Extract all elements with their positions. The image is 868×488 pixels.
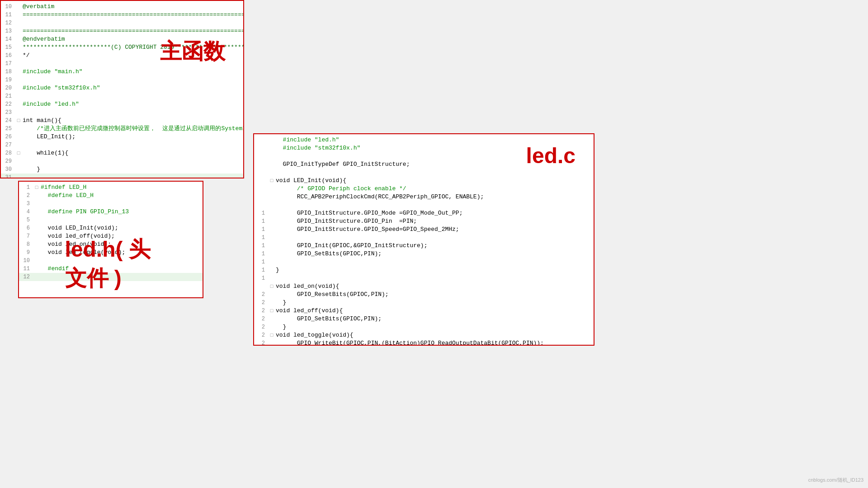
line-number: 12 [19,273,33,281]
code-line: 1 [254,234,594,242]
code-line: 7 void led_off(void); [19,232,203,240]
line-number: 1 [254,234,269,242]
code-text: /* GPIOD Periph clock enable */ [275,185,594,193]
code-line: 18#include "main.h" [1,68,243,76]
ledh-code-content: 1□#ifndef LED_H2 #define LED_H34 #define… [19,182,203,297]
line-number: 11 [19,265,33,273]
code-line: 1 GPIO_InitStructure.GPIO_Pin =PIN; [254,217,594,225]
line-number: 23 [1,108,15,117]
code-text: void LED_Init(void); [40,224,203,232]
code-line: 2 #define LED_H [19,192,203,200]
line-number: 8 [19,240,33,249]
code-text: #include "stm32f10x.h" [275,144,594,152]
code-line: 12 [19,273,203,281]
code-text: GPIO_WriteBit(GPIOC,PIN,(BitAction)GPIO_… [275,339,594,345]
code-line: 2 GPIO_SetBits(GPIOC,PIN); [254,315,594,323]
code-line: 22#include "led.h" [1,100,243,108]
line-number: 26 [1,133,15,141]
code-line: 2 } [254,299,594,307]
line-number: 1 [19,183,33,192]
code-line: 15*************************(C) COPYRIGHT… [1,43,243,52]
line-number: 7 [19,232,33,240]
line-number: 3 [19,200,33,208]
code-line: /* GPIOD Periph clock enable */ [254,185,594,193]
main-code-content: 10@verbatim11===========================… [1,1,243,178]
code-text: } [22,165,243,174]
code-line: 1 GPIO_SetBits(GPIOC,PIN); [254,250,594,258]
line-number: 24 [1,117,15,125]
code-text: GPIO_SetBits(GPIOC,PIN); [275,315,594,323]
code-text: @verbatim [22,3,243,11]
code-text: #endif [40,265,203,273]
line-number: 2 [254,331,269,339]
code-line: #include "stm32f10x.h" [254,144,594,152]
line-number: 27 [1,141,15,149]
main-panel: 10@verbatim11===========================… [0,0,244,178]
line-number: 10 [19,257,33,265]
code-text: } [275,266,594,274]
code-line: 14@endverbatim [1,35,243,43]
line-number: 2 [254,299,269,307]
line-number: 1 [254,250,269,258]
code-line: 13======================================… [1,27,243,35]
code-line: 26 LED_Init(); [1,133,243,141]
line-number: 9 [19,249,33,257]
code-text: } [275,323,594,331]
code-text: */ [22,52,243,60]
code-text: void led_on(void){ [275,282,594,291]
code-text: #define PIN GPIO_Pin_13 [40,208,203,216]
watermark: cnblogs.com/随机_ID123 [808,477,863,483]
code-text: *************************(C) COPYRIGHT 2… [22,43,243,52]
code-line: 5 [19,216,203,224]
fold-icon: □ [269,177,275,185]
code-line: 8 void led_on(void); [19,240,203,249]
code-text: @endverbatim [22,35,243,43]
code-line: 2□void led_off(void){ [254,307,594,315]
code-line: 19 [1,76,243,84]
code-text: void led_toggle(void); [40,249,203,257]
line-number: 14 [1,35,15,43]
fold-icon: □ [269,307,275,315]
code-line: GPIO_InitTypeDef GPIO_InitStructure; [254,160,594,169]
line-number: 1 [254,225,269,234]
line-number: 12 [1,19,15,27]
ledc-panel: #include "led.h" #include "stm32f10x.h" … [253,133,594,346]
line-number: 25 [1,125,15,133]
line-number: 1 [254,217,269,225]
code-line [254,152,594,160]
line-number: 16 [1,52,15,60]
code-line: 1 GPIO_Init(GPIOC,&GPIO_InitStructure); [254,242,594,250]
code-text: GPIO_SetBits(GPIOC,PIN); [275,250,594,258]
line-number: 1 [254,274,269,282]
line-number: 1 [254,266,269,274]
code-line: 31 [1,174,243,178]
code-text: #include "main.h" [22,68,243,76]
code-text: void led_off(void){ [275,307,594,315]
code-line: 2 } [254,323,594,331]
line-number: 22 [1,100,15,108]
code-text: GPIO_ResetBits(GPIOC,PIN); [275,291,594,299]
code-text: #include "stm32f10x.h" [22,84,243,92]
code-line: 16*/ [1,52,243,60]
code-line: 4 #define PIN GPIO_Pin_13 [19,208,203,216]
code-line: 2 GPIO_WriteBit(GPIOC,PIN,(BitAction)GPI… [254,339,594,345]
line-number: 21 [1,92,15,100]
code-line: 12 [1,19,243,27]
line-number: 28 [1,149,15,157]
code-line: 9 void led_toggle(void); [19,249,203,257]
code-line: □void LED_Init(void){ [254,177,594,185]
code-text: void led_toggle(void){ [275,331,594,339]
line-number: 11 [1,11,15,19]
code-line: 3 [19,200,203,208]
code-text: #include "led.h" [22,100,243,108]
code-line: 30 } [1,165,243,174]
fold-icon: □ [15,117,22,125]
code-line: 1 [254,258,594,266]
line-number: 20 [1,84,15,92]
code-line: 1 GPIO_InitStructure.GPIO_Mode =GPIO_Mod… [254,209,594,217]
code-line: 6 void LED_Init(void); [19,224,203,232]
code-line: 20#include "stm32f10x.h" [1,84,243,92]
line-number: 29 [1,157,15,165]
code-line: 11 #endif [19,265,203,273]
code-text: void led_on(void); [40,240,203,249]
